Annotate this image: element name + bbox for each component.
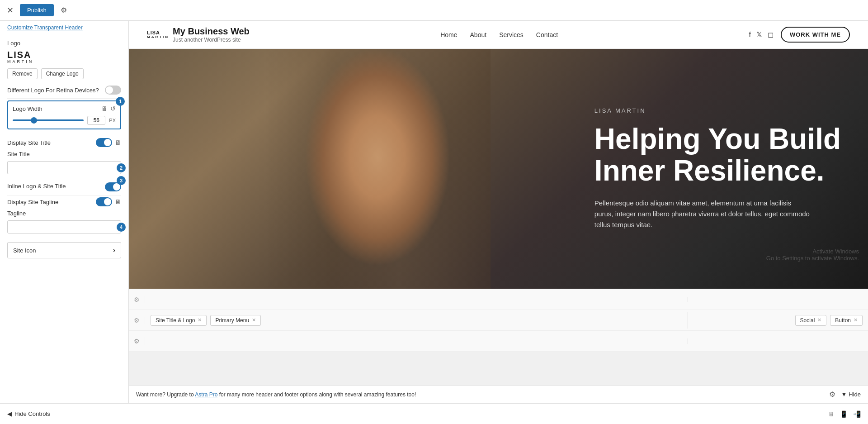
- site-title-area: My Business Web Just another WordPress s…: [173, 26, 250, 43]
- site-title-logo-tag[interactable]: Site Title & Logo ✕: [151, 315, 207, 326]
- retina-logo-row: Different Logo For Retina Devices?: [7, 86, 121, 95]
- close-button[interactable]: ✕: [4, 4, 16, 17]
- site-icon-row[interactable]: Site Icon ›: [7, 242, 121, 258]
- publish-button[interactable]: Publish: [20, 4, 54, 16]
- tablet-view-button[interactable]: 📱: [840, 410, 848, 418]
- hb-row1-center: [145, 297, 687, 302]
- nav-services[interactable]: Services: [499, 31, 524, 38]
- mobile-view-button[interactable]: 📲: [853, 410, 861, 418]
- nav-contact[interactable]: Contact: [536, 31, 558, 38]
- settings-button[interactable]: ⚙: [57, 4, 70, 17]
- remove-logo-button[interactable]: Remove: [7, 68, 38, 79]
- display-site-title-row: Display Site Title 🖥: [7, 138, 121, 147]
- twitter-icon[interactable]: 𝕏: [756, 30, 762, 39]
- divider4: [7, 240, 121, 240]
- sidebar: Customize Transparent Header Logo LISA M…: [0, 21, 129, 403]
- astra-settings-button[interactable]: ⚙: [829, 390, 835, 399]
- site-logo-small: MARTIN: [147, 35, 169, 39]
- topbar-left: ✕ Publish ⚙: [4, 4, 70, 17]
- astra-bar-right: ⚙ ▼ Hide: [829, 390, 861, 399]
- hide-controls-label: Hide Controls: [14, 410, 50, 417]
- hb-row1-right: [687, 297, 868, 302]
- hb-row1-gear[interactable]: ⚙: [129, 296, 145, 303]
- logo-preview: LISA MARTIN: [7, 50, 121, 64]
- primary-menu-tag[interactable]: Primary Menu ✕: [210, 315, 261, 326]
- retina-logo-toggle[interactable]: [105, 86, 121, 95]
- button-tag[interactable]: Button ✕: [830, 315, 863, 326]
- logo-width-input[interactable]: 56: [87, 116, 105, 125]
- responsive-icon-btn[interactable]: ↺: [110, 105, 116, 112]
- display-tagline-row: Display Site Tagline 🖥: [7, 197, 121, 206]
- hide-chevron-icon: ▼: [841, 391, 847, 398]
- display-tagline-controls: 🖥: [96, 197, 121, 206]
- site-title-input[interactable]: My Business Website: [7, 161, 121, 174]
- logo-section: Logo LISA MARTIN Remove Change Logo Diff…: [0, 34, 128, 267]
- hb-row2-gear[interactable]: ⚙: [129, 317, 145, 324]
- site-brand: LISA MARTIN My Business Web Just another…: [147, 26, 250, 43]
- site-icon-label: Site Icon: [13, 247, 36, 254]
- primary-menu-close[interactable]: ✕: [252, 317, 256, 323]
- bottom-bar: ◀ Hide Controls 🖥 📱 📲: [0, 403, 868, 424]
- site-nav: Home About Services Contact: [440, 31, 558, 38]
- social-tag[interactable]: Social ✕: [795, 315, 827, 326]
- desktop-icon-btn[interactable]: 🖥: [101, 105, 108, 112]
- logo-buttons: Remove Change Logo: [7, 68, 121, 79]
- nav-about[interactable]: About: [470, 31, 487, 38]
- hb-row3-gear[interactable]: ⚙: [129, 338, 145, 345]
- activate-windows-line1: Activate Windows: [766, 248, 859, 255]
- button-close[interactable]: ✕: [854, 317, 858, 323]
- hb-row2-center: Site Title & Logo ✕ Primary Menu ✕: [145, 312, 687, 329]
- site-title-logo-close[interactable]: ✕: [198, 317, 202, 323]
- display-tagline-device-icon[interactable]: 🖥: [115, 198, 121, 205]
- hb-row3-right: [687, 338, 868, 344]
- logo-width-icons: 🖥 ↺: [101, 105, 116, 112]
- badge-2: 2: [117, 163, 126, 172]
- hb-row3-center: [145, 338, 687, 344]
- divider1: [7, 98, 121, 99]
- instagram-icon[interactable]: ◻: [768, 30, 774, 39]
- site-title-logo-tag-label: Site Title & Logo: [156, 317, 195, 324]
- logo-text-small: MARTIN: [7, 59, 33, 64]
- display-tagline-toggle[interactable]: [96, 197, 112, 206]
- badge-3: 3: [117, 176, 126, 185]
- inline-logo-toggle-wrapper: 3: [105, 181, 121, 191]
- customize-transparent-header-link[interactable]: Customize Transparent Header: [0, 21, 128, 34]
- hero-section: LISA MARTIN Helping You Build Inner Resi…: [129, 49, 868, 289]
- activate-windows-line2: Go to Settings to activate Windows.: [766, 255, 859, 262]
- customizer-topbar: ✕ Publish ⚙: [0, 0, 868, 21]
- astra-pro-link[interactable]: Astra Pro: [195, 391, 217, 398]
- astra-text-after: for many more header and footer options …: [219, 391, 416, 398]
- hide-controls-icon: ◀: [7, 410, 12, 417]
- header-builder-row-2: ⚙ Site Title & Logo ✕ Primary Menu ✕: [129, 310, 868, 331]
- logo-width-header: Logo Width 🖥 ↺: [13, 105, 116, 112]
- display-site-title-toggle[interactable]: [96, 138, 112, 147]
- primary-menu-tag-label: Primary Menu: [215, 317, 249, 324]
- cta-button[interactable]: WORK WITH ME: [781, 27, 850, 43]
- site-title-label: Site Title: [7, 151, 121, 157]
- change-logo-button[interactable]: Change Logo: [41, 68, 84, 79]
- hero-person-image: [264, 49, 491, 289]
- device-icons: 🖥 📱 📲: [828, 410, 861, 418]
- facebook-icon[interactable]: f: [749, 31, 750, 39]
- hide-controls-button[interactable]: ◀ Hide Controls: [7, 410, 50, 417]
- hb-row2-right: Social ✕ Button ✕: [687, 312, 868, 329]
- logo-width-slider[interactable]: [13, 119, 84, 121]
- hide-label: Hide: [849, 391, 861, 398]
- activate-windows-notice: Activate Windows Go to Settings to activ…: [766, 248, 859, 262]
- display-site-title-controls: 🖥: [96, 138, 121, 147]
- tagline-label: Tagline: [7, 210, 121, 217]
- nav-home[interactable]: Home: [440, 31, 457, 38]
- desktop-view-button[interactable]: 🖥: [828, 410, 835, 418]
- astra-text-before: Want more? Upgrade to: [136, 391, 195, 398]
- tagline-input[interactable]: Just another WordPress site: [7, 220, 121, 233]
- px-label: PX: [109, 118, 116, 123]
- divider3: [7, 195, 121, 195]
- header-builder-row-1: ⚙: [129, 289, 868, 310]
- display-site-title-device-icon[interactable]: 🖥: [115, 139, 121, 146]
- divider2: [7, 136, 121, 136]
- astra-hide-button[interactable]: ▼ Hide: [841, 391, 861, 398]
- social-close[interactable]: ✕: [817, 317, 821, 323]
- hero-heading-line1: Helping You Build: [594, 123, 841, 155]
- site-logo: LISA MARTIN: [147, 30, 169, 39]
- badge-4: 4: [117, 223, 126, 232]
